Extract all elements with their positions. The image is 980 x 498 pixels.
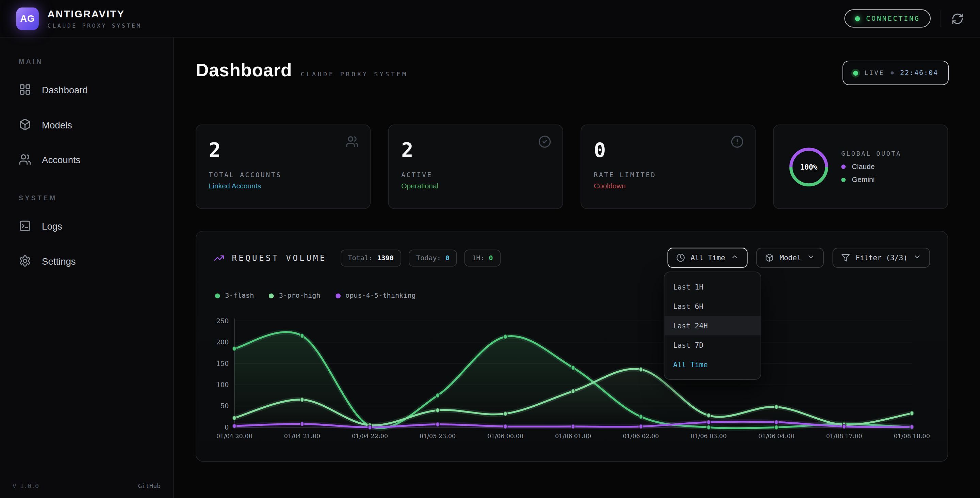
github-link[interactable]: GitHub <box>138 482 161 489</box>
x-axis-tick-label: 01/04 22:00 <box>352 433 388 439</box>
dropdown-item-last-24h[interactable]: Last 24H <box>664 316 760 335</box>
y-axis-tick-label: 250 <box>216 317 229 325</box>
separator-dot-icon <box>891 71 894 74</box>
stat-card-rate-limited: 0RATE LIMITEDCooldown <box>581 124 756 209</box>
logo-initials: AG <box>20 13 35 24</box>
terminal-icon <box>19 220 31 232</box>
live-status-badge: LIVE 22:46:04 <box>843 61 949 85</box>
chart-controls: All TimeModelFilter (3/3) <box>667 247 930 268</box>
y-axis-tick-label: 200 <box>216 338 229 346</box>
dropdown-item-last-7d[interactable]: Last 7D <box>664 335 760 354</box>
x-axis-tick-label: 01/05 23:00 <box>420 433 456 439</box>
refresh-icon <box>951 12 964 25</box>
x-axis-tick-label: 01/06 02:00 <box>623 433 659 439</box>
stat-label: ACTIVE <box>401 171 550 178</box>
sidebar-item-models[interactable]: Models <box>13 115 161 134</box>
sidebar-item-accounts[interactable]: Accounts <box>13 150 161 169</box>
top-bar: AG ANTIGRAVITY CLAUDE PROXY SYSTEM CONNE… <box>0 0 980 37</box>
topbar-right: CONNECTING <box>844 10 964 27</box>
page-subtitle: CLAUDE PROXY SYSTEM <box>301 71 408 78</box>
data-point-3-pro-high <box>504 412 508 416</box>
data-point-3-pro-high <box>300 397 304 402</box>
connection-status-badge: CONNECTING <box>844 10 931 27</box>
quota-legend-item-claude: Claude <box>841 163 901 170</box>
main-content: Dashboard CLAUDE PROXY SYSTEM LIVE 22:46… <box>174 37 980 498</box>
data-point-3-pro-high <box>910 411 914 415</box>
chevron-down-slot <box>807 253 815 263</box>
dropdown-item-all-time[interactable]: All Time <box>664 354 760 374</box>
brand-text: ANTIGRAVITY CLAUDE PROXY SYSTEM <box>48 8 142 29</box>
box-icon <box>765 254 774 262</box>
data-point-3-flash <box>232 346 236 351</box>
time-range-dropdown: Last 1HLast 6HLast 24HLast 7DAll Time <box>664 271 762 380</box>
sidebar-item-logs[interactable]: Logs <box>13 217 161 235</box>
sidebar-item-dashboard[interactable]: Dashboard <box>13 80 161 99</box>
data-point-opus-4-5-thinking <box>910 425 914 429</box>
x-axis-tick-label: 01/04 20:00 <box>216 433 253 439</box>
chart-title: REQUEST VOLUME <box>232 253 326 263</box>
sidebar-item-settings[interactable]: Settings <box>13 251 161 270</box>
refresh-button[interactable] <box>951 12 964 25</box>
data-point-3-pro-high <box>707 413 711 418</box>
cube-icon <box>19 118 31 131</box>
trending-up-icon <box>214 252 224 263</box>
data-point-opus-4-5-thinking <box>842 424 846 429</box>
button-label: Model <box>780 254 801 262</box>
app-logo: AG <box>16 7 39 30</box>
sidebar: MAINDashboardModelsAccountsSYSTEMLogsSet… <box>0 37 174 498</box>
data-point-3-flash <box>571 366 575 370</box>
data-point-opus-4-5-thinking <box>300 422 304 426</box>
page-title: Dashboard <box>196 60 292 81</box>
sidebar-item-label: Dashboard <box>42 84 88 95</box>
all-time-button[interactable]: All Time <box>667 247 748 268</box>
live-clock: 22:46:04 <box>900 69 938 77</box>
chevron-down-slot <box>913 253 921 263</box>
quota-legend-item-gemini: Gemini <box>841 176 901 183</box>
stat-card-active: 2ACTIVEOperational <box>388 124 563 209</box>
y-axis-tick-label: 100 <box>216 381 229 389</box>
x-axis-tick-label: 01/06 00:00 <box>487 433 523 439</box>
quota-legend-label: Gemini <box>852 176 875 183</box>
brand-name: ANTIGRAVITY <box>48 8 142 20</box>
legend-dot-icon <box>215 293 220 298</box>
legend-label: 3-flash <box>225 292 254 300</box>
legend-item-3-flash: 3-flash <box>215 292 254 300</box>
filter-3-3-button[interactable]: Filter (3/3) <box>832 247 930 268</box>
chart-header: REQUEST VOLUME Total:1390Today:01H:0 All… <box>214 247 930 268</box>
quota-percent: 100% <box>789 147 829 187</box>
page-header: Dashboard CLAUDE PROXY SYSTEM <box>196 60 408 81</box>
users-icon <box>346 135 359 148</box>
check-circle-icon-slot <box>538 135 551 148</box>
chevron-up-icon <box>731 253 739 261</box>
data-point-3-pro-high <box>639 367 643 372</box>
data-point-opus-4-5-thinking <box>707 420 711 425</box>
topbar-divider <box>940 10 941 27</box>
chart-legend: 3-flash3-pro-highopus-4-5-thinking <box>215 292 416 300</box>
badge-label: Total: <box>348 254 372 262</box>
chevron-down-icon <box>807 253 815 261</box>
data-point-3-flash <box>436 393 440 398</box>
quota-donut-chart: 100% <box>789 147 829 187</box>
data-point-3-flash <box>300 334 304 338</box>
stat-sublabel: Linked Accounts <box>208 182 357 189</box>
x-axis-tick-label: 01/08 18:00 <box>894 433 930 439</box>
dropdown-item-last-6h[interactable]: Last 6H <box>664 297 760 316</box>
clock-icon <box>676 254 685 262</box>
quota-legend-label: Claude <box>852 163 875 170</box>
dropdown-item-last-1h[interactable]: Last 1H <box>664 277 760 297</box>
quota-label: GLOBAL QUOTA <box>841 150 901 157</box>
users-icon-slot <box>346 135 359 148</box>
x-axis-tick-label: 01/06 04:00 <box>759 433 795 439</box>
stat-cards-row: 2TOTAL ACCOUNTSLinked Accounts2ACTIVEOpe… <box>196 124 948 209</box>
sidebar-item-label: Models <box>42 119 72 130</box>
live-dot-icon <box>853 70 858 76</box>
badge-value: 0 <box>488 254 493 262</box>
brand-subtitle: CLAUDE PROXY SYSTEM <box>48 22 142 28</box>
chevron-down-icon <box>913 253 921 261</box>
stat-value: 2 <box>401 140 550 160</box>
users-icon <box>19 153 31 166</box>
data-point-3-flash <box>775 425 778 430</box>
model-button[interactable]: Model <box>756 247 824 268</box>
button-label: All Time <box>690 254 725 262</box>
live-label: LIVE <box>864 70 885 76</box>
